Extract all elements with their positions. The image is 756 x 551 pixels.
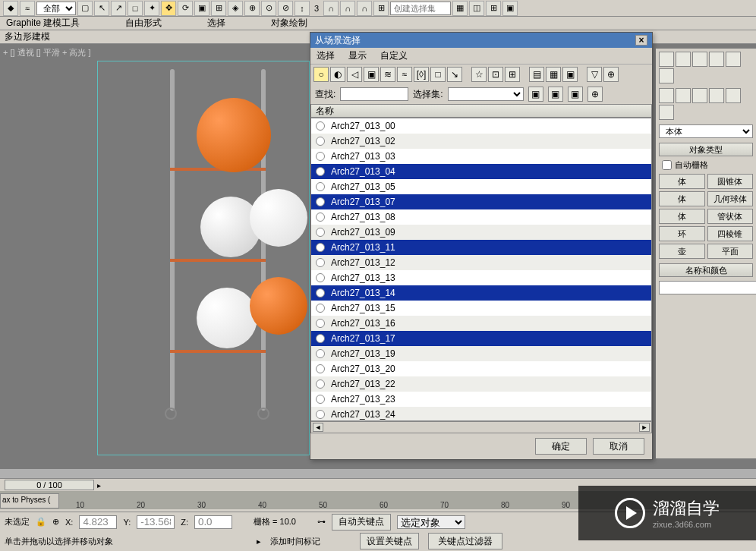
key-icon[interactable]: ⊶ — [317, 517, 326, 527]
object-list[interactable]: Arch27_013_00Arch27_013_02Arch27_013_03A… — [310, 118, 652, 421]
scroll-right-icon[interactable]: ► — [639, 423, 650, 432]
selection-set-input[interactable] — [390, 2, 451, 15]
list-item[interactable]: Arch27_013_03 — [311, 149, 651, 164]
dialog-titlebar[interactable]: 从场景选择 × — [310, 33, 652, 48]
set-tool-icon[interactable]: ▣ — [548, 87, 563, 102]
display-tab-icon[interactable] — [726, 52, 741, 67]
list-item[interactable]: Arch27_013_22 — [311, 376, 651, 392]
filter-icon[interactable]: ▽ — [587, 67, 602, 82]
plane-button[interactable]: 平面 — [707, 244, 754, 259]
filter-xrefs-icon[interactable]: □ — [430, 67, 446, 82]
list-item[interactable]: Arch27_013_24 — [311, 407, 651, 421]
torus-button[interactable]: 环 — [659, 226, 705, 241]
tool-icon[interactable]: ⟳ — [178, 1, 193, 16]
tool-icon[interactable]: ↕ — [295, 1, 310, 16]
helpers-icon[interactable] — [726, 88, 741, 103]
x-input[interactable] — [79, 515, 117, 529]
list-item[interactable]: Arch27_013_12 — [311, 255, 651, 270]
pyramid-button[interactable]: 四棱锥 — [707, 226, 754, 241]
settings-icon[interactable]: ⊕ — [603, 67, 619, 82]
tool-icon[interactable]: ↖ — [94, 1, 109, 16]
tool-icon[interactable]: ▢ — [77, 1, 93, 16]
list-item[interactable]: Arch27_013_15 — [311, 301, 651, 316]
tool-icon[interactable]: ↗ — [111, 1, 126, 16]
spacewarps-icon[interactable] — [659, 105, 674, 120]
set-tool-icon[interactable]: ▣ — [568, 87, 583, 102]
autokey-button[interactable]: 自动关键点 — [332, 514, 391, 531]
cylinder-button[interactable]: 体 — [659, 209, 705, 224]
object-name-input[interactable] — [659, 281, 756, 294]
setkey-button[interactable]: 设置关键点 — [360, 533, 419, 549]
modify-tab-icon[interactable] — [676, 52, 691, 67]
geometry-icon[interactable] — [659, 88, 674, 103]
menu-selection[interactable]: 选择 — [207, 17, 225, 30]
close-icon[interactable]: × — [635, 35, 647, 46]
set-tool-icon[interactable]: ▣ — [528, 87, 543, 102]
tool-icon[interactable]: ⊙ — [261, 1, 276, 16]
dialog-menu-select[interactable]: 选择 — [317, 49, 335, 62]
dialog-menu-display[interactable]: 显示 — [348, 49, 367, 62]
filter-spacewarps-icon[interactable]: ≈ — [397, 67, 412, 82]
tool-icon[interactable]: ⊞ — [486, 1, 501, 16]
list-item[interactable]: Arch27_013_13 — [311, 270, 651, 285]
tool-icon[interactable]: ✦ — [144, 1, 159, 16]
filter-bone-icon[interactable]: ↘ — [447, 67, 462, 82]
select-invert-icon[interactable]: ⊞ — [505, 67, 520, 82]
tool-icon[interactable]: ∩ — [323, 1, 339, 16]
list-item[interactable]: Arch27_013_19 — [311, 346, 651, 361]
mode-icon[interactable]: ⊕ — [52, 517, 59, 527]
tag-icon[interactable]: ▸ — [257, 537, 261, 546]
sphere-button[interactable]: 体 — [659, 191, 705, 206]
filter-lights-icon[interactable]: ◁ — [347, 67, 362, 82]
hierarchy-tab-icon[interactable] — [692, 52, 707, 67]
tool-icon[interactable]: ⊞ — [373, 1, 389, 16]
move-icon[interactable]: ✥ — [161, 1, 176, 16]
tool-icon[interactable]: ▣ — [194, 1, 209, 16]
menu-freeform[interactable]: 自由形式 — [125, 17, 162, 30]
tube-button[interactable]: 管状体 — [707, 209, 754, 224]
list-item[interactable]: Arch27_013_09 — [311, 225, 651, 240]
primitive-dropdown[interactable]: 本体 — [659, 124, 753, 138]
utilities-tab-icon[interactable] — [659, 68, 674, 83]
list-item[interactable]: Arch27_013_11 — [311, 240, 651, 255]
list-item[interactable]: Arch27_013_17 — [311, 331, 651, 346]
tool-icon[interactable]: ◈ — [228, 1, 243, 16]
selection-set-dropdown[interactable] — [448, 87, 524, 101]
dialog-menu-customize[interactable]: 自定义 — [380, 49, 408, 62]
list-item[interactable]: Arch27_013_02 — [311, 134, 651, 149]
view-list-icon[interactable]: ▤ — [529, 67, 544, 82]
list-item[interactable]: Arch27_013_08 — [311, 209, 651, 225]
ok-button[interactable]: 确定 — [535, 438, 587, 455]
filter-geometry-icon[interactable]: ○ — [313, 67, 329, 82]
geosphere-button[interactable]: 几何球体 — [707, 191, 754, 206]
scroll-left-icon[interactable]: ◄ — [313, 423, 323, 432]
filter-groups-icon[interactable]: [◊] — [414, 67, 429, 82]
key-target-dropdown[interactable]: 选定对象 — [397, 515, 465, 529]
tool-icon[interactable]: ∩ — [340, 1, 355, 16]
tool-icon[interactable]: ◫ — [469, 1, 484, 16]
list-item[interactable]: Arch27_013_04 — [311, 164, 651, 179]
scope-dropdown[interactable]: 全部 — [36, 2, 76, 15]
tool-icon[interactable]: ◆ — [3, 1, 18, 16]
timeline-handle[interactable]: 0 / 100 — [5, 480, 94, 490]
tool-icon[interactable]: ⊘ — [278, 1, 293, 16]
list-column-header[interactable]: 名称 — [310, 104, 652, 118]
cameras-icon[interactable] — [709, 88, 724, 103]
list-item[interactable]: Arch27_013_20 — [311, 361, 651, 376]
name-color-header[interactable]: 名称和颜色 — [659, 263, 753, 277]
filter-shapes-icon[interactable]: ◐ — [330, 67, 345, 82]
select-none-icon[interactable]: ⊡ — [488, 67, 503, 82]
view-icon[interactable]: ▣ — [562, 67, 578, 82]
tool-icon[interactable]: □ — [128, 1, 143, 16]
cone-button[interactable]: 圆锥体 — [707, 174, 754, 189]
list-item[interactable]: Arch27_013_14 — [311, 285, 651, 301]
list-item[interactable]: Arch27_013_05 — [311, 179, 651, 194]
teapot-button[interactable]: 壶 — [659, 244, 705, 259]
tool-icon[interactable]: ▣ — [502, 1, 518, 16]
tool-icon[interactable]: ⊞ — [211, 1, 226, 16]
filter-cameras-icon[interactable]: ▣ — [364, 67, 379, 82]
tool-icon[interactable]: ⊕ — [244, 1, 260, 16]
search-input[interactable] — [340, 87, 408, 101]
lights-icon[interactable] — [692, 88, 707, 103]
box-button[interactable]: 体 — [659, 174, 705, 189]
